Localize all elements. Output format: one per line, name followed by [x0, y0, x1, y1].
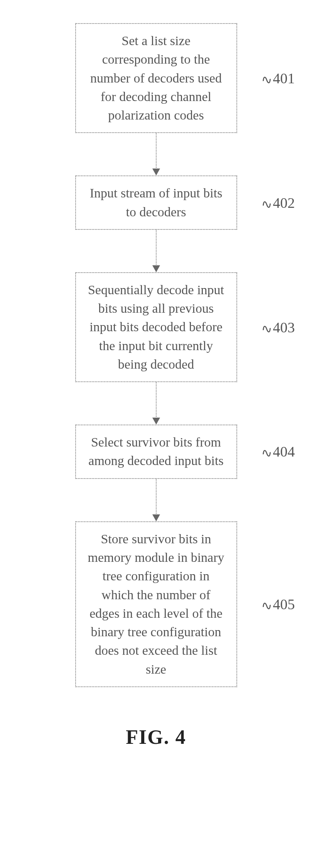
flowchart: Set a list size corresponding to the num… — [0, 23, 312, 748]
step-id: 402 — [273, 195, 295, 211]
lead-wave: ∿ — [260, 445, 272, 461]
arrow — [152, 230, 160, 272]
arrow-shaft — [156, 230, 157, 266]
flow-step-401: Set a list size corresponding to the num… — [75, 23, 237, 133]
flow-step-404: Select survivor bits from among decoded … — [75, 425, 237, 479]
step-box: Store survivor bits in memory module in … — [75, 521, 237, 687]
lead-wave: ∿ — [260, 597, 272, 613]
arrow-head-icon — [152, 418, 160, 425]
step-id: 404 — [273, 443, 295, 460]
flow-step-403: Sequentially decode input bits using all… — [75, 272, 237, 382]
step-text: Select survivor bits from among decoded … — [86, 433, 226, 470]
lead-wave: ∿ — [260, 71, 272, 88]
flow-step-405: Store survivor bits in memory module in … — [75, 521, 237, 687]
step-id: 403 — [273, 319, 295, 335]
lead-wave: ∿ — [260, 196, 272, 212]
step-id: 405 — [273, 596, 295, 612]
lead-wave: ∿ — [260, 320, 272, 337]
flow-step-402: Input stream of input bits to decoders ∿… — [75, 175, 237, 230]
arrow-head-icon — [152, 169, 160, 175]
step-text: Set a list size corresponding to the num… — [86, 32, 226, 125]
step-text: Input stream of input bits to decoders — [86, 184, 226, 221]
step-text: Store survivor bits in memory module in … — [86, 530, 226, 679]
page: Set a list size corresponding to the num… — [0, 0, 312, 868]
step-id: 401 — [273, 70, 295, 86]
arrow-shaft — [156, 382, 157, 418]
arrow-head-icon — [152, 514, 160, 521]
figure-caption: FIG. 4 — [126, 726, 186, 748]
arrow — [152, 133, 160, 175]
step-label: ∿401 — [261, 70, 295, 87]
arrow-shaft — [156, 479, 157, 515]
step-box: Set a list size corresponding to the num… — [75, 23, 237, 133]
step-box: Select survivor bits from among decoded … — [75, 425, 237, 479]
step-label: ∿405 — [261, 596, 295, 613]
step-text: Sequentially decode input bits using all… — [86, 281, 226, 374]
arrow — [152, 382, 160, 425]
arrow-shaft — [156, 133, 157, 169]
step-box: Input stream of input bits to decoders — [75, 175, 237, 230]
arrow-head-icon — [152, 265, 160, 272]
step-box: Sequentially decode input bits using all… — [75, 272, 237, 382]
step-label: ∿404 — [261, 443, 295, 460]
step-label: ∿402 — [261, 194, 295, 211]
arrow — [152, 479, 160, 521]
step-label: ∿403 — [261, 319, 295, 336]
